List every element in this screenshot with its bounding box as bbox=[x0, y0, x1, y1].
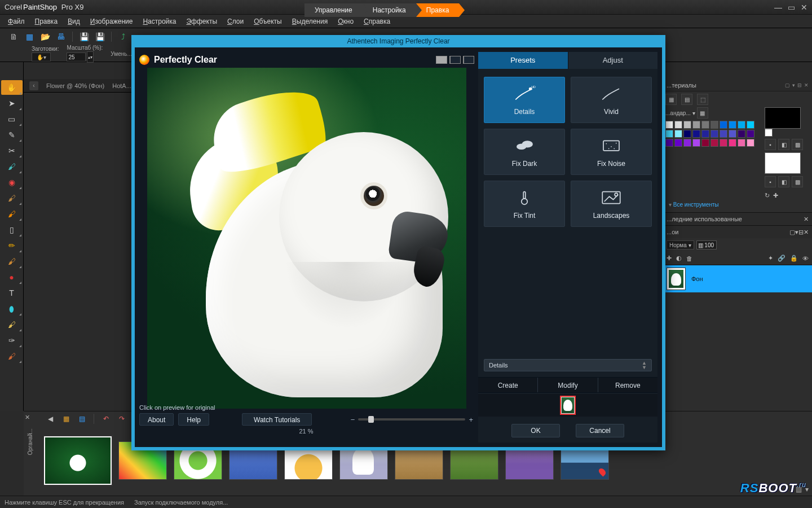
panel-undock-icon[interactable]: ▢ bbox=[785, 82, 790, 88]
color-swatches[interactable] bbox=[665, 121, 761, 147]
menu-file[interactable]: Файл bbox=[8, 17, 25, 25]
zoom-in-button[interactable]: + bbox=[469, 415, 473, 424]
scanner-icon[interactable]: 🖶 bbox=[55, 31, 67, 42]
mask-icon[interactable]: ◐ bbox=[676, 255, 682, 262]
material-pattern-icon-2[interactable]: ▩ bbox=[792, 176, 803, 187]
view-mode-split-h[interactable] bbox=[449, 56, 461, 64]
smudge-tool[interactable]: 🖌 bbox=[1, 254, 23, 269]
view-list-icon[interactable]: ▤ bbox=[77, 414, 87, 424]
tab-nav-left[interactable]: ‹ bbox=[29, 81, 38, 90]
document-tab-secondary[interactable]: HotA... bbox=[112, 82, 131, 89]
preset-fix-tint[interactable]: Fix Tint bbox=[484, 181, 565, 227]
close-button[interactable]: ✕ bbox=[801, 3, 807, 12]
about-button[interactable]: About bbox=[139, 413, 174, 426]
preset-vivid[interactable]: Vivid bbox=[571, 77, 652, 123]
fg-color-aux[interactable] bbox=[765, 129, 773, 137]
panel-menu-icon[interactable]: ▾ bbox=[792, 82, 795, 88]
preset-fix-dark[interactable]: Fix Dark bbox=[484, 129, 565, 175]
view-grid-icon[interactable]: ▦ bbox=[61, 414, 71, 424]
zoom-out-button[interactable]: − bbox=[351, 415, 355, 424]
help-button[interactable]: Help bbox=[178, 413, 209, 426]
menu-adjust[interactable]: Настройка bbox=[143, 17, 176, 25]
zoom-value-input[interactable] bbox=[67, 52, 86, 62]
redeye-tool[interactable]: ◉ bbox=[1, 175, 23, 190]
ok-button[interactable]: OK bbox=[511, 424, 560, 437]
panel-close-icon[interactable]: ✕ bbox=[804, 229, 809, 235]
swatch-mode-1[interactable]: ▦ bbox=[665, 94, 677, 105]
swatch-mode-2[interactable]: ▤ bbox=[681, 94, 692, 105]
mode-tab-adjust[interactable]: Настройка bbox=[363, 3, 416, 17]
crop-tool[interactable]: ✂ bbox=[1, 143, 23, 158]
fg-color[interactable] bbox=[765, 107, 801, 129]
panel-pin-icon[interactable]: ⊟ bbox=[797, 82, 802, 88]
mode-tab-manage[interactable]: Управление bbox=[304, 3, 363, 17]
organizer-expand-icon[interactable]: ▾ bbox=[805, 485, 809, 493]
panel-undock-icon[interactable]: ▢ bbox=[789, 229, 795, 235]
zoom-stepper[interactable]: ▴▾ bbox=[87, 51, 94, 63]
art-brush-tool[interactable]: 🖌 bbox=[1, 317, 23, 332]
swatch-mode-3[interactable]: ⬚ bbox=[697, 94, 708, 105]
cancel-button[interactable]: Cancel bbox=[576, 424, 624, 437]
preset-remove-button[interactable]: Remove bbox=[598, 378, 657, 392]
tab-adjust[interactable]: Adjust bbox=[568, 52, 658, 69]
history-panel-header[interactable]: ...ледние использованные ✕ bbox=[663, 213, 812, 225]
material-gradient-icon[interactable]: ◧ bbox=[778, 139, 789, 150]
view-mode-split-v[interactable] bbox=[463, 56, 474, 64]
zoom-slider[interactable] bbox=[358, 418, 465, 421]
panel-close-icon[interactable]: ✕ bbox=[804, 82, 809, 88]
new-file-icon[interactable]: 🗎 bbox=[8, 31, 19, 42]
bg-color[interactable] bbox=[765, 152, 801, 174]
document-tab[interactable]: Flower @ 40% (Фон) bbox=[46, 82, 104, 89]
preset-landscapes[interactable]: Landscapes bbox=[571, 181, 652, 227]
brush-tool[interactable]: 🖌 bbox=[1, 159, 23, 174]
selection-tool[interactable]: ▭ bbox=[1, 112, 23, 126]
oil-brush-tool[interactable]: 🖌 bbox=[1, 349, 23, 364]
save-icon[interactable]: 💾 bbox=[78, 31, 90, 42]
panel-pin-icon[interactable]: ⊟ bbox=[798, 229, 804, 235]
add-swatch-icon[interactable]: ✚ bbox=[773, 192, 778, 199]
blend-mode-select[interactable]: Норма ▾ bbox=[667, 240, 694, 249]
swap-colors-icon[interactable]: ↻ bbox=[765, 192, 770, 199]
thumbnail[interactable] bbox=[44, 436, 112, 485]
preset-fix-noise[interactable]: Fix Noise bbox=[571, 129, 652, 175]
mode-tab-edit[interactable]: Правка bbox=[416, 3, 460, 17]
minimize-button[interactable]: — bbox=[774, 3, 782, 12]
organizer-close-icon[interactable]: ✕ bbox=[25, 414, 30, 421]
preset-dropdown[interactable]: Details ▲▼ bbox=[484, 359, 652, 371]
presets-dropdown[interactable]: ✋▾ bbox=[32, 52, 51, 62]
materials-panel-header[interactable]: ...териалы ▢▾⊟✕ bbox=[663, 79, 812, 91]
pan-tool[interactable]: ✋ bbox=[1, 80, 23, 95]
layers-panel-header[interactable]: ...ои ▢▾⊟✕ bbox=[663, 226, 812, 238]
menu-edit[interactable]: Правка bbox=[35, 17, 58, 25]
clone-tool[interactable]: 🖌 bbox=[1, 191, 23, 205]
layer-visibility-icon[interactable]: 👁 bbox=[802, 255, 809, 262]
rotate-left-icon[interactable]: ↶ bbox=[101, 414, 111, 424]
preset-thumbnail[interactable] bbox=[560, 396, 576, 415]
preview-area[interactable] bbox=[147, 68, 466, 409]
view-mode-single[interactable] bbox=[436, 56, 447, 64]
shape-tool[interactable]: ⬮ bbox=[1, 301, 23, 316]
menu-objects[interactable]: Объекты bbox=[254, 17, 282, 25]
pointer-tool[interactable]: ➤ bbox=[1, 96, 23, 111]
spray-tool[interactable]: ✑ bbox=[1, 333, 23, 348]
save-as-icon[interactable]: 💾 bbox=[94, 31, 105, 42]
delete-layer-icon[interactable]: 🗑 bbox=[686, 255, 692, 262]
lock-icon[interactable]: 🔒 bbox=[790, 255, 798, 262]
share-icon[interactable]: ⤴ bbox=[117, 31, 129, 42]
nav-prev-icon[interactable]: ◀ bbox=[45, 414, 55, 424]
eyedropper-tool[interactable]: ✎ bbox=[1, 128, 23, 142]
material-gradient-icon-2[interactable]: ◧ bbox=[778, 176, 789, 187]
new-layer-icon[interactable]: ✚ bbox=[667, 255, 672, 262]
tab-presets[interactable]: Presets bbox=[478, 52, 568, 69]
opacity-field[interactable]: ▥ 100 bbox=[696, 240, 717, 249]
link-icon[interactable]: 🔗 bbox=[778, 255, 785, 262]
menu-view[interactable]: Вид bbox=[68, 17, 80, 25]
fx-icon[interactable]: ✦ bbox=[768, 255, 773, 262]
rotate-right-icon[interactable]: ↷ bbox=[117, 414, 127, 424]
preset-modify-button[interactable]: Modify bbox=[537, 378, 597, 392]
paint-tool[interactable]: 🖌 bbox=[1, 207, 23, 221]
menu-image[interactable]: Изображение bbox=[90, 17, 133, 25]
material-solid-icon[interactable]: ▪ bbox=[765, 139, 776, 150]
organizer-menu-icon[interactable]: ▥ bbox=[796, 485, 802, 493]
palette-select-dropdown[interactable]: ▾ bbox=[692, 110, 695, 116]
